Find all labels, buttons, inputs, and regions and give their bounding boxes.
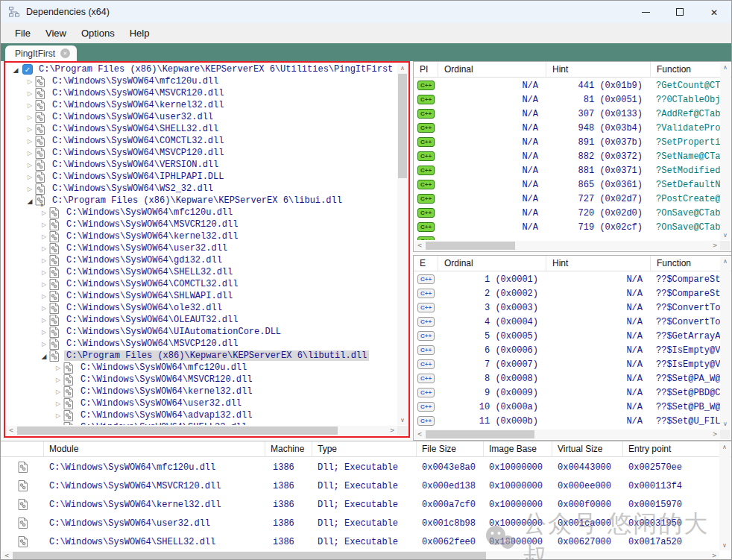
chevron-expanded-icon[interactable] [10, 63, 21, 76]
column-header-function[interactable]: Function [651, 256, 720, 271]
menu-file[interactable]: File [7, 23, 38, 43]
import-row[interactable]: C++ [414, 234, 720, 240]
scroll-up-icon[interactable] [719, 442, 730, 452]
tree-row[interactable]: C:\Windows\SysWOW64\WS2_32.dll [6, 183, 397, 195]
scroll-down-icon[interactable] [397, 415, 408, 425]
tree-hscroll-thumb[interactable] [17, 427, 338, 435]
exports-vertical-scrollbar[interactable] [720, 257, 731, 429]
scroll-up-icon[interactable] [397, 63, 408, 73]
scroll-left-icon[interactable] [6, 426, 16, 435]
import-row[interactable]: C++ N/A 727 (0x02d7) ?PostCreate@ [414, 192, 720, 206]
menu-help[interactable]: Help [122, 23, 157, 43]
tree-row[interactable]: C:\Windows\SysWOW64\kernel32.dll [6, 230, 397, 242]
scroll-up-icon[interactable] [720, 257, 731, 266]
tree-row[interactable]: C:\Windows\SysWOW64\mfc120u.dll [6, 75, 397, 87]
tree-row[interactable]: C:\Windows\SysWOW64\IPHLPAPI.DLL [6, 171, 397, 183]
tree-row[interactable]: C:\Windows\SysWOW64\MSVCP120.dll [6, 147, 397, 159]
column-header-hint[interactable]: Hint [546, 62, 651, 77]
tree-row[interactable]: C:\Windows\SysWOW64\COMCTL32.dll [6, 135, 397, 147]
import-row[interactable]: C++ N/A 307 (0x0133) ?AddRef@CTab [414, 107, 720, 121]
scroll-down-icon[interactable] [720, 230, 731, 240]
module-row[interactable]: C:\Windows\SysWOW64\kernel32.dll i386 Dl… [1, 495, 719, 514]
import-row[interactable]: C++ N/A 719 (0x02cf) ?OnSave@CTab [414, 220, 720, 234]
tree-row[interactable]: C:\Windows\SysWOW64\ole32.dll [6, 302, 397, 314]
tree-vscroll-thumb[interactable] [398, 74, 407, 178]
import-row[interactable]: C++ N/A 891 (0x037b) ?SetProperti [414, 135, 720, 149]
export-row[interactable]: C++ 6 (0x0006) N/A ??$IsEmpty@V [414, 343, 720, 357]
tree-row[interactable]: x C:\Program Files (x86)\Kepware\KEPServ… [6, 195, 397, 207]
tree-row[interactable]: C:\Windows\SysWOW64\user32.dll [6, 397, 397, 409]
column-header-e[interactable]: E [414, 256, 438, 271]
import-row[interactable]: C++ N/A 881 (0x0371) ?SetModified [414, 163, 720, 177]
tree-row[interactable]: C:\Windows\SysWOW64\UIAutomationCore.DLL [6, 326, 397, 338]
tree-row[interactable]: C:\Windows\SysWOW64\MSVCR120.dll [6, 218, 397, 230]
modules-horizontal-scrollbar[interactable] [1, 551, 719, 560]
module-row[interactable]: C:\Windows\SysWOW64\MSVCR120.dll i386 Dl… [1, 476, 719, 495]
chevron-right-icon[interactable] [25, 182, 35, 195]
tree-row[interactable]: C:\Windows\SysWOW64\MSVCR120.dll [6, 374, 397, 386]
scroll-up-icon[interactable] [720, 63, 731, 72]
tree-row[interactable]: C:\Windows\SysWOW64\kernel32.dll [6, 386, 397, 397]
import-row[interactable]: C++ N/A 865 (0x0361) ?SetDefaultN [414, 177, 720, 192]
tree-row[interactable]: C:\Windows\SysWOW64\MSVCR120.dll [6, 87, 397, 99]
scroll-left-icon[interactable] [414, 430, 425, 439]
minimize-button[interactable] [628, 1, 663, 23]
column-header-ordinal[interactable]: Ordinal [438, 62, 546, 77]
module-row[interactable]: C:\Windows\SysWOW64\user32.dll i386 Dll;… [1, 514, 719, 532]
column-header-virtualsize[interactable]: Virtual Size [552, 441, 623, 456]
tree-row[interactable]: C:\Windows\SysWOW64\SHELL32.dll [6, 123, 397, 135]
tree-row[interactable]: C:\Windows\SysWOW64\MSVCP120.dll [6, 338, 397, 350]
tree-row[interactable]: C:\Windows\SysWOW64\OLEAUT32.dll [6, 314, 397, 326]
chevron-right-icon[interactable] [39, 337, 49, 350]
chevron-right-icon[interactable] [53, 421, 63, 425]
export-row[interactable]: C++ 1 (0x0001) N/A ??$CompareSt [414, 272, 720, 286]
maximize-button[interactable] [663, 1, 697, 23]
column-header-entrypoint[interactable]: Entry point [623, 441, 719, 456]
column-header-pi[interactable]: PI [414, 62, 438, 77]
export-row[interactable]: C++ 5 (0x0005) N/A ??$GetArrayA [414, 329, 720, 343]
tree-row[interactable]: C:\Windows\SysWOW64\gdi32.dll [6, 254, 397, 266]
import-row[interactable]: C++ N/A 441 (0x01b9) ?GetCount@CT [414, 78, 720, 92]
column-header-function[interactable]: Function [651, 62, 720, 77]
import-row[interactable]: C++ N/A 720 (0x02d0) ?OnSave@CTab [414, 206, 720, 220]
exports-horizontal-scrollbar[interactable] [414, 430, 720, 439]
export-row[interactable]: C++ 3 (0x0003) N/A ??$ConvertTo [414, 301, 720, 315]
tab-close-icon[interactable] [60, 48, 70, 58]
tree-row[interactable]: C:\Windows\SysWOW64\kernel32.dll [6, 99, 397, 111]
column-header-ordinal[interactable]: Ordinal [438, 256, 546, 271]
modules-vertical-scrollbar[interactable] [719, 442, 731, 550]
column-header-type[interactable]: Type [312, 441, 417, 456]
tree-row[interactable]: C:\Windows\SysWOW64\VERSION.dll [6, 159, 397, 171]
column-header-filesize[interactable]: File Size [417, 441, 484, 456]
checkbox-checked-icon[interactable] [22, 64, 33, 75]
import-row[interactable]: C++ N/A 948 (0x03b4) ?ValidatePro [414, 121, 720, 135]
scroll-right-icon[interactable] [710, 241, 720, 251]
imports-hscroll-thumb[interactable] [426, 242, 515, 250]
tree-row[interactable]: C:\Windows\SysWOW64\COMCTL32.dll [6, 278, 397, 290]
tree-row[interactable]: C:\Program Files (x86)\Kepware\KEPServer… [6, 63, 397, 75]
tree-horizontal-scrollbar[interactable] [6, 426, 397, 435]
export-row[interactable]: C++ 7 (0x0007) N/A ??$IsEmpty@V [414, 357, 720, 371]
tree-row[interactable]: C:\Program Files (x86)\Kepware\KEPServer… [6, 350, 397, 362]
scroll-left-icon[interactable] [414, 241, 425, 251]
module-row[interactable]: C:\Windows\SysWOW64\SHELL32.dll i386 Dll… [1, 532, 719, 550]
export-row[interactable]: C++ 11 (0x000b) N/A ??$Set@U_FIL [414, 414, 720, 428]
modules-hscroll-thumb[interactable] [13, 552, 486, 559]
tab-pingitfirst[interactable]: PingItFirst [5, 45, 77, 61]
scroll-down-icon[interactable] [719, 541, 730, 550]
close-button[interactable] [697, 1, 731, 23]
import-row[interactable]: C++ N/A 81 (0x0051) ??0CTableObj [414, 92, 720, 107]
menu-view[interactable]: View [38, 23, 74, 43]
scroll-down-icon[interactable] [720, 419, 731, 429]
chevron-expanded-icon[interactable] [39, 350, 49, 362]
tree-row[interactable]: C:\Windows\SysWOW64\user32.dll [6, 242, 397, 254]
exports-hscroll-thumb[interactable] [426, 430, 534, 438]
tree-row[interactable]: C:\Windows\SysWOW64\SHLWAPI.dll [6, 290, 397, 302]
export-row[interactable]: C++ 10 (0x000a) N/A ??$Set@PB_W@ [414, 400, 720, 414]
chevron-expanded-icon[interactable] [25, 195, 35, 207]
export-row[interactable]: C++ 2 (0x0002) N/A ??$CompareSt [414, 286, 720, 301]
column-header-hint[interactable]: Hint [546, 256, 651, 271]
column-header-machine[interactable]: Machine [265, 441, 312, 456]
tree-row[interactable]: C:\Windows\SysWOW64\SHELL32.dll [6, 421, 397, 425]
export-row[interactable]: C++ 4 (0x0004) N/A ??$ConvertTo [414, 315, 720, 329]
